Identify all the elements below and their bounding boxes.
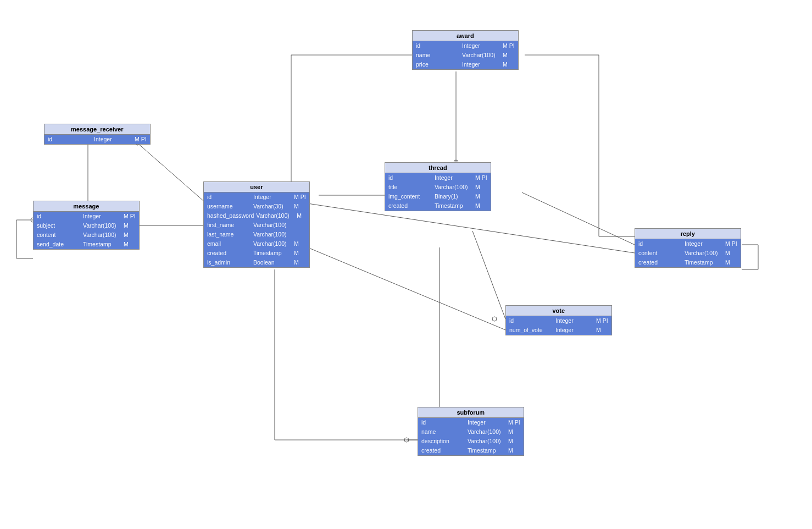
field-name: id [638,240,682,248]
field-flags: M [294,258,299,267]
field-name: description [421,437,465,445]
field-type: Varchar(100) [468,437,506,445]
field-type: Timestamp [435,202,473,210]
field-type: Varchar(100) [253,240,292,248]
field-name: id [421,418,465,427]
field-flags: M PI [135,135,147,144]
field-name: email [207,240,251,248]
entity-body-message_receiver: idIntegerM PI [45,135,150,144]
svg-line-15 [522,192,635,245]
field-name: id [509,317,553,325]
entity-row: contentVarchar(100)M [34,230,139,240]
entity-row: usernameVarchar(30)M [204,202,309,211]
field-flags: M [124,240,129,249]
entity-award: awardidIntegerM PInameVarchar(100)Mprice… [412,30,519,70]
entity-vote: voteidIntegerM PInum_of_voteIntegerM [505,305,612,335]
field-type: Timestamp [83,240,121,249]
entity-row: idIntegerM PI [413,41,518,51]
entity-row: idIntegerM PI [506,316,611,326]
field-name: price [416,60,460,69]
field-name: created [207,249,251,257]
entity-row: idIntegerM PI [635,239,741,249]
field-type: Varchar(30) [253,202,292,211]
entity-header-subforum: subforum [418,407,524,418]
entity-row: priceIntegerM [413,60,518,69]
entity-row: num_of_voteIntegerM [506,326,611,335]
field-flags: M [725,258,730,267]
svg-point-23 [492,317,497,321]
field-type: Integer [685,240,723,248]
entity-row: nameVarchar(100)M [418,427,524,437]
field-name: num_of_vote [509,326,553,334]
field-type: Varchar(100) [468,428,506,436]
field-name: subject [37,222,81,230]
field-type: Varchar(100) [253,221,292,229]
field-name: id [388,174,432,182]
entity-header-thread: thread [385,163,491,173]
entity-row: send_dateTimestampM [34,240,139,249]
field-flags: M PI [725,240,737,248]
entity-user: useridIntegerM PIusernameVarchar(30)Mhas… [203,181,310,268]
entity-header-reply: reply [635,229,741,239]
entity-header-message: message [34,201,139,212]
field-type: Varchar(100) [256,212,294,220]
entity-body-thread: idIntegerM PItitleVarchar(100)Mimg_conte… [385,173,491,211]
field-flags: M [294,240,299,248]
entity-subforum: subforumidIntegerM PInameVarchar(100)Mde… [418,407,524,456]
entity-message_receiver: message_receiveridIntegerM PI [44,124,151,145]
field-name: is_admin [207,258,251,267]
field-flags: M [725,249,730,257]
field-type: Integer [83,212,121,221]
field-type: Integer [253,193,292,201]
field-flags: M PI [503,42,515,50]
entity-header-award: award [413,31,518,41]
field-flags: M [508,437,513,445]
entity-row: img_contentBinary(1)M [385,192,491,201]
entity-row: first_nameVarchar(100) [204,221,309,230]
field-flags: M PI [124,212,136,221]
field-name: title [388,183,432,191]
field-type: Varchar(100) [83,222,121,230]
field-flags: M [294,249,299,257]
entity-body-message: idIntegerM PIsubjectVarchar(100)Mcontent… [34,212,139,249]
entity-thread: threadidIntegerM PItitleVarchar(100)Mimg… [385,162,491,211]
field-flags: M [475,202,480,210]
field-name: id [416,42,460,50]
field-type: Integer [555,326,594,334]
field-flags: M [503,60,508,69]
field-flags: M [508,428,513,436]
entity-row: titleVarchar(100)M [385,183,491,192]
entity-row: emailVarchar(100)M [204,239,309,249]
field-name: last_name [207,230,251,239]
field-type: Timestamp [253,249,292,257]
field-flags: M PI [475,174,487,182]
svg-point-30 [404,438,409,442]
field-flags: M [596,326,601,334]
field-type: Integer [462,60,500,69]
field-name: created [421,447,465,455]
entity-row: nameVarchar(100)M [413,51,518,60]
entity-row: subjectVarchar(100)M [34,221,139,230]
field-type: Varchar(100) [253,230,292,239]
entity-header-vote: vote [506,306,611,316]
field-flags: M [294,202,299,211]
field-type: Integer [468,418,506,427]
entity-row: hashed_passwordVarchar(100)M [204,211,309,221]
field-flags: M [297,212,302,220]
entity-row: createdTimestampM [204,249,309,258]
field-type: Integer [462,42,500,50]
field-type: Varchar(100) [462,51,500,59]
entity-body-award: idIntegerM PInameVarchar(100)MpriceInteg… [413,41,518,69]
field-name: name [421,428,465,436]
entity-row: descriptionVarchar(100)M [418,437,524,446]
field-type: Binary(1) [435,192,473,201]
field-type: Varchar(100) [435,183,473,191]
field-flags: M [475,192,480,201]
field-type: Varchar(100) [83,231,121,239]
entity-body-reply: idIntegerM PIcontentVarchar(100)Mcreated… [635,239,741,267]
field-type: Integer [555,317,594,325]
entity-row: createdTimestampM [418,446,524,455]
field-type: Timestamp [468,447,506,455]
entity-row: last_nameVarchar(100) [204,230,309,239]
erd-diagram: awardidIntegerM PInameVarchar(100)Mprice… [0,0,812,529]
